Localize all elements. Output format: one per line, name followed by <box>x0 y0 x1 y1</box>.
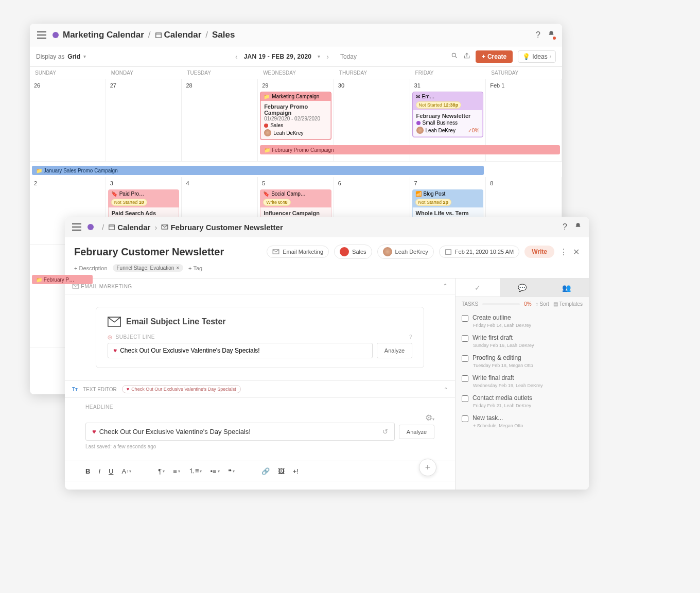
menu-icon[interactable] <box>72 223 81 231</box>
heart-icon: ♥ <box>92 428 96 435</box>
align-button[interactable]: ≡▾ <box>173 467 180 475</box>
remove-icon[interactable]: × <box>176 265 179 271</box>
calendar-cell[interactable]: 26 <box>30 79 106 162</box>
link-button[interactable]: 🔗 <box>261 467 270 475</box>
breadcrumb-root[interactable]: Marketing Calendar <box>63 30 144 40</box>
write-button[interactable]: Write <box>524 246 554 258</box>
event-card[interactable]: 📁Marketing Campaign February Promo Campa… <box>260 92 331 140</box>
add-tag-button[interactable]: + Tag <box>188 265 202 271</box>
tab-people[interactable]: 👥 <box>545 278 589 296</box>
insert-button[interactable]: +! <box>293 467 299 475</box>
headline-pill[interactable]: ♥Check Out Our Exclusive Valentine's Day… <box>122 385 241 393</box>
chevron-down-icon[interactable]: ▾ <box>318 54 320 59</box>
task-item[interactable]: Write final draftWednesday Feb 19, Leah … <box>456 371 589 391</box>
collapse-icon[interactable]: ⌃ <box>444 387 448 392</box>
funnel-chip[interactable]: Funnel Stage: Evaluation× <box>113 264 184 272</box>
task-checkbox[interactable] <box>462 375 468 382</box>
avatar <box>416 127 424 134</box>
task-checkbox[interactable] <box>462 355 468 362</box>
gear-icon[interactable]: ⚙▾ <box>425 413 434 423</box>
type-chip[interactable]: Email Marketing <box>267 246 329 258</box>
tab-tasks[interactable]: ✓ <box>456 278 500 296</box>
task-checkbox[interactable] <box>462 395 468 402</box>
task-checkbox[interactable] <box>462 415 468 422</box>
tag-icon: 🔖 <box>263 191 269 197</box>
share-icon[interactable] <box>463 52 470 61</box>
task-item[interactable]: Write first draftSunday Feb 16, Leah DeK… <box>456 331 589 351</box>
analyze-button[interactable]: Analyze <box>399 425 434 439</box>
next-arrow-icon[interactable]: › <box>326 53 329 61</box>
add-description-button[interactable]: + Description <box>74 265 108 271</box>
owner-chip[interactable]: Leah DeKrey <box>377 245 434 259</box>
notifications-icon[interactable] <box>548 30 555 40</box>
breadcrumb-mid[interactable]: Calendar <box>164 30 202 40</box>
breadcrumb-leaf[interactable]: February Customer Newsletter <box>170 223 283 232</box>
date-chip[interactable]: Feb 21, 2020 10:25 AM <box>439 246 519 258</box>
quote-button[interactable]: ❝▾ <box>228 467 235 475</box>
create-button[interactable]: +Create <box>476 50 513 63</box>
headline-input[interactable]: ♥ Check Out Our Exclusive Valentine's Da… <box>85 423 395 441</box>
notifications-icon[interactable] <box>574 222 582 232</box>
event-span-bar[interactable]: 📁 February P… <box>32 275 93 284</box>
font-button[interactable]: A!▾ <box>121 467 131 475</box>
section-head-text-editor: Tт TEXT EDITOR ♥Check Out Our Exclusive … <box>65 380 455 398</box>
svg-rect-5 <box>446 250 451 254</box>
tag-icon: 🔖 <box>111 191 117 197</box>
category-chip[interactable]: Sales <box>334 245 372 259</box>
avatar <box>383 247 392 256</box>
display-as-selector[interactable]: Display as Grid ▾ <box>36 53 86 60</box>
search-icon[interactable] <box>451 52 458 61</box>
ideas-button[interactable]: 💡Ideas› <box>518 50 556 63</box>
analyze-button[interactable]: Analyze <box>377 343 412 358</box>
paragraph-button[interactable]: ¶▾ <box>158 467 165 475</box>
subject-label: ◎ SUBJECT LINE ? <box>108 334 412 340</box>
add-fab[interactable]: + <box>419 459 436 476</box>
menu-icon[interactable] <box>37 31 46 39</box>
event-span-bar[interactable]: 📁 February Promo Campaign <box>260 145 560 154</box>
calendar-cell[interactable]: 28 <box>182 79 258 162</box>
event-card[interactable]: ✉Em…Not Started 12:38p February Newslett… <box>412 92 484 137</box>
task-checkbox[interactable] <box>462 315 468 322</box>
date-range[interactable]: JAN 19 - FEB 29, 2020 <box>244 53 312 60</box>
headline-label: HEADLINE <box>85 404 434 410</box>
folder-icon: 📁 <box>264 147 270 153</box>
task-item[interactable]: Proofing & editingTuesday Feb 18, Megan … <box>456 351 589 371</box>
help-icon[interactable]: ? <box>563 222 567 232</box>
new-task-row[interactable]: New task... + Schedule, Megan Otto <box>456 411 589 431</box>
subject-input[interactable]: ♥ Check Out Our Exclusive Valentine's Da… <box>108 343 373 358</box>
task-item[interactable]: Create outlineFriday Feb 14, Leah DeKrey <box>456 311 589 331</box>
editor-body[interactable]: Type something <box>65 481 455 490</box>
image-button[interactable]: 🖼 <box>278 467 285 475</box>
page-title: February Customer Newsletter <box>74 246 224 258</box>
toolbar: Display as Grid ▾ ‹ JAN 19 - FEB 29, 202… <box>30 46 562 67</box>
bold-button[interactable]: B <box>85 467 90 475</box>
tester-title: Email Subject Line Tester <box>108 317 412 327</box>
editor-window: / Calendar › February Customer Newslette… <box>65 217 589 490</box>
calendar-cell[interactable]: 27 <box>106 79 182 162</box>
event-span-bar[interactable]: 📁 January Sales Promo Campaign <box>32 166 484 175</box>
prev-arrow-icon[interactable]: ‹ <box>235 53 238 61</box>
history-icon[interactable]: ↺ <box>382 428 388 435</box>
task-checkbox[interactable] <box>462 335 468 342</box>
display-value: Grid <box>67 53 80 60</box>
close-icon[interactable]: ✕ <box>573 247 580 257</box>
unordered-list-button[interactable]: •≡▾ <box>210 467 219 475</box>
underline-button[interactable]: U <box>109 467 113 475</box>
today-button[interactable]: Today <box>340 53 357 60</box>
help-icon[interactable]: ? <box>536 30 540 40</box>
header: Marketing Calendar / Calendar / Sales ? <box>30 24 562 46</box>
bulb-icon: 💡 <box>522 53 530 60</box>
breadcrumb-leaf[interactable]: Sales <box>212 30 235 40</box>
kebab-icon[interactable]: ⋮ <box>559 247 568 257</box>
sort-button[interactable]: ↕ Sort <box>536 301 549 307</box>
text-icon: Tт <box>72 387 78 392</box>
tab-comments[interactable]: 💬 <box>500 278 544 296</box>
last-saved-text: Last saved: a few seconds ago <box>85 444 434 449</box>
ordered-list-button[interactable]: ⒈≡▾ <box>188 466 202 476</box>
help-icon[interactable]: ? <box>409 334 412 340</box>
templates-button[interactable]: ▤ Templates <box>553 301 583 307</box>
breadcrumb-mid[interactable]: Calendar <box>117 223 150 232</box>
italic-button[interactable]: I <box>98 467 100 475</box>
collapse-icon[interactable]: ⌃ <box>443 283 448 290</box>
task-item[interactable]: Contact media outletsFriday Feb 21, Leah… <box>456 391 589 411</box>
